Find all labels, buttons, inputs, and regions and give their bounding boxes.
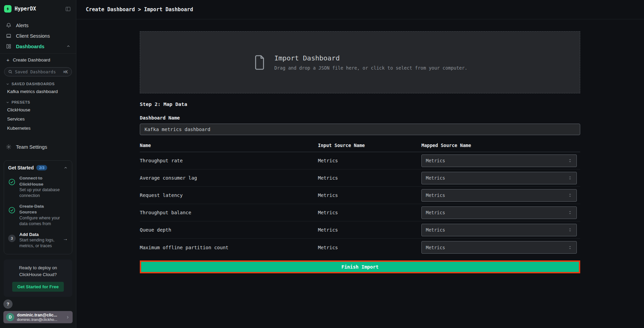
mapping-table: Name Input Source Name Mapped Source Nam… <box>140 143 580 256</box>
user-menu[interactable]: D dominic.tran@clic... dominic.tran@clic… <box>3 311 73 323</box>
chevron-right-icon <box>65 315 70 320</box>
sidebar-item-team-settings[interactable]: Team Settings <box>0 141 76 153</box>
mapped-source-select[interactable]: Metrics <box>421 172 577 184</box>
saved-dashboard-item[interactable]: Kafka metrics dashboard <box>0 87 76 96</box>
section-label: PRESETS <box>12 100 30 104</box>
select-value: Metrics <box>426 193 445 198</box>
sidebar-item-alerts[interactable]: Alerts <box>0 20 76 31</box>
preset-item-kubernetes[interactable]: Kubernetes <box>0 124 76 133</box>
mapped-source-select[interactable]: Metrics <box>421 241 577 254</box>
row-input-source: Metrics <box>318 227 421 233</box>
cloud-promo-line2: ClickHouse Cloud? <box>8 271 68 278</box>
chevron-up-down-icon <box>568 227 572 232</box>
table-row: Queue depth Metrics Metrics <box>140 221 580 239</box>
step-number-badge: 3 <box>8 235 16 242</box>
step-text: Connect to ClickHouse Set up your databa… <box>19 175 61 199</box>
step-text: Create Data Sources Configure where your… <box>19 203 61 227</box>
finish-import-button[interactable]: Finish Import <box>141 262 579 272</box>
nav-label: Alerts <box>16 23 29 28</box>
breadcrumb-create-dashboard[interactable]: Create Dashboard <box>86 6 135 13</box>
breadcrumb-separator: > <box>135 6 144 13</box>
get-started-step-add-data[interactable]: 3 Add Data Start sending logs, metrics, … <box>8 232 68 249</box>
row-name: Average consumer lag <box>140 175 318 181</box>
page-header: Create Dashboard>Import Dashboard <box>76 0 644 19</box>
get-started-step-sources[interactable]: Create Data Sources Configure where your… <box>8 203 68 227</box>
breadcrumb-import-dashboard: Import Dashboard <box>144 6 193 13</box>
user-email: dominic.tran@clickho... <box>17 317 57 322</box>
get-started-free-button[interactable]: Get Started for Free <box>12 282 64 292</box>
step-subtitle: Start sending logs, metrics, or traces <box>19 237 59 249</box>
row-name: Maximum offline partition count <box>140 245 318 250</box>
get-started-header[interactable]: Get Started 2/3 <box>8 165 68 170</box>
nav-label: Client Sessions <box>16 33 50 39</box>
row-input-source: Metrics <box>318 193 421 198</box>
row-input-source: Metrics <box>318 245 421 250</box>
section-saved-dashboards[interactable]: SAVED DASHBOARDS <box>0 78 76 87</box>
sidebar-item-client-sessions[interactable]: Client Sessions <box>0 31 76 41</box>
row-input-source: Metrics <box>318 158 421 163</box>
chevron-up-down-icon <box>568 193 572 198</box>
step-2-title: Step 2: Map Data <box>140 102 580 107</box>
sidebar: HyperDX Alerts Client Sessions <box>0 0 76 328</box>
mapped-source-select[interactable]: Metrics <box>421 154 577 167</box>
table-header-row: Name Input Source Name Mapped Source Nam… <box>140 143 580 152</box>
import-dropzone[interactable]: Import Dashboard Drag and drop a JSON fi… <box>140 31 580 93</box>
select-value: Metrics <box>426 175 445 181</box>
dashboard-name-input[interactable] <box>140 124 580 135</box>
sidebar-bottom: Ready to deploy on ClickHouse Cloud? Get… <box>0 259 76 328</box>
check-circle-icon <box>8 178 16 187</box>
help-button[interactable]: ? <box>3 299 13 309</box>
progress-badge: 2/3 <box>36 165 47 170</box>
arrow-right-icon: → <box>63 236 68 241</box>
get-started-title: Get Started <box>8 165 34 170</box>
plus-icon: + <box>6 57 10 62</box>
cloud-promo-line1: Ready to deploy on <box>8 265 68 271</box>
row-input-source: Metrics <box>318 175 421 181</box>
avatar: D <box>6 313 14 321</box>
bell-icon <box>5 22 12 28</box>
get-started-step-connect[interactable]: Connect to ClickHouse Set up your databa… <box>8 175 68 199</box>
step-subtitle: Configure where your data comes from <box>19 215 61 227</box>
user-name: dominic.tran@clic... <box>17 313 57 317</box>
section-presets[interactable]: PRESETS <box>0 96 76 105</box>
sidebar-item-dashboards[interactable]: Dashboards <box>0 41 76 52</box>
preset-item-services[interactable]: Services <box>0 114 76 124</box>
check-circle-icon <box>8 206 16 215</box>
sidebar-collapse-icon[interactable] <box>65 6 71 12</box>
create-dashboard-button[interactable]: + Create Dashboard <box>0 54 76 64</box>
gear-icon <box>5 144 12 150</box>
annotation-highlight-box: Finish Import <box>140 260 580 273</box>
dashboard-name-label: Dashboard Name <box>140 115 580 121</box>
column-header-mapped-source: Mapped Source Name <box>421 143 580 148</box>
mapped-source-select[interactable]: Metrics <box>421 224 577 236</box>
search-icon <box>8 70 13 74</box>
main-area: Create Dashboard>Import Dashboard Import… <box>76 0 644 328</box>
search-placeholder: Saved Dashboards <box>15 69 56 74</box>
mapped-source-select[interactable]: Metrics <box>421 206 577 219</box>
row-name: Throughput rate <box>140 158 318 163</box>
team-settings-label: Team Settings <box>16 144 47 150</box>
chevron-down-icon <box>6 82 10 86</box>
select-value: Metrics <box>426 158 445 163</box>
dropzone-subtitle: Drag and drop a JSON file here, or click… <box>274 65 468 71</box>
user-info: dominic.tran@clic... dominic.tran@clickh… <box>17 313 57 322</box>
mapped-source-select[interactable]: Metrics <box>421 189 577 202</box>
preset-item-clickhouse[interactable]: ClickHouse <box>0 105 76 114</box>
chevron-up-icon[interactable] <box>63 166 68 170</box>
saved-dashboards-search-input[interactable]: Saved Dashboards ⌘K <box>4 67 72 76</box>
nav-label: Dashboards <box>16 44 44 49</box>
step-subtitle: Set up your database connection <box>19 187 61 199</box>
file-icon <box>253 54 266 71</box>
hyperdx-logo-icon <box>4 5 12 13</box>
row-name: Queue depth <box>140 227 318 233</box>
row-name: Request latency <box>140 193 318 198</box>
chevron-up-icon[interactable] <box>66 44 71 49</box>
step-title: Add Data <box>19 232 59 238</box>
chevron-up-down-icon <box>568 210 572 215</box>
logo-row: HyperDX <box>0 0 76 15</box>
chevron-up-down-icon <box>568 158 572 163</box>
table-row: Throughput balance Metrics Metrics <box>140 204 580 221</box>
select-value: Metrics <box>426 245 445 250</box>
app-title: HyperDX <box>15 6 36 12</box>
chevron-down-icon <box>6 101 10 104</box>
